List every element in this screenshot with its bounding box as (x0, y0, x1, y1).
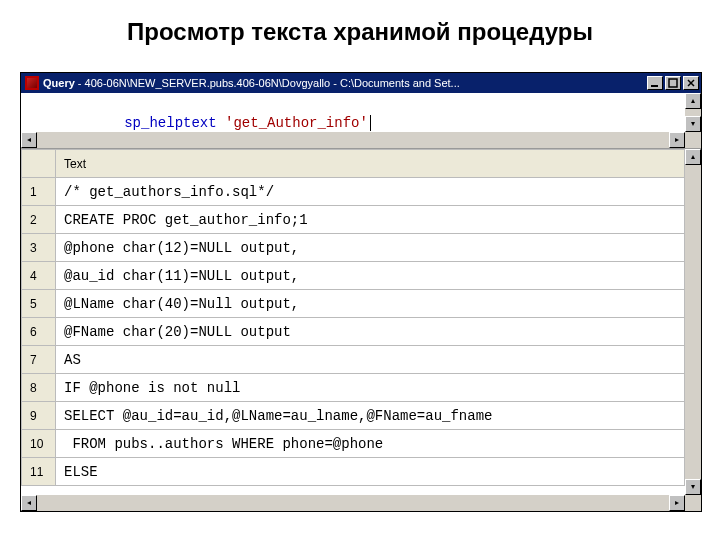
scroll-right-icon[interactable]: ▸ (669, 495, 685, 511)
row-number: 8 (22, 374, 56, 402)
row-number: 4 (22, 262, 56, 290)
maximize-button[interactable] (665, 76, 681, 90)
query-analyzer-window: Query - 406-06N\NEW_SERVER.pubs.406-06N\… (20, 72, 702, 512)
table-row[interactable]: 5@LName char(40)=Null output, (22, 290, 685, 318)
scroll-track[interactable] (685, 109, 701, 116)
text-caret (370, 115, 371, 131)
table-row[interactable]: 10 FROM pubs..authors WHERE phone=@phone (22, 430, 685, 458)
cell-text: @LName char(40)=Null output, (56, 290, 685, 318)
svg-rect-0 (651, 85, 658, 87)
table-row[interactable]: 9SELECT @au_id=au_id,@LName=au_lname,@FN… (22, 402, 685, 430)
table-row[interactable]: 6@FName char(20)=NULL output (22, 318, 685, 346)
scroll-track[interactable] (685, 165, 701, 479)
table-row[interactable]: 4@au_id char(11)=NULL output, (22, 262, 685, 290)
cell-text: IF @phone is not null (56, 374, 685, 402)
cell-text: @phone char(12)=NULL output, (56, 234, 685, 262)
table-row[interactable]: 3@phone char(12)=NULL output, (22, 234, 685, 262)
scroll-track[interactable] (37, 495, 669, 511)
row-number: 6 (22, 318, 56, 346)
query-editor-pane[interactable]: sp_helptext 'get_Author_info' ▴ ▾ ◂ ▸ (21, 93, 701, 149)
cell-text: AS (56, 346, 685, 374)
cell-text: @au_id char(11)=NULL output, (56, 262, 685, 290)
table-row[interactable]: 1/* get_authors_info.sql*/ (22, 178, 685, 206)
scroll-up-icon[interactable]: ▴ (685, 93, 701, 109)
editor-hscrollbar[interactable]: ◂ ▸ (21, 132, 685, 148)
cell-text: /* get_authors_info.sql*/ (56, 178, 685, 206)
row-number: 1 (22, 178, 56, 206)
row-number: 10 (22, 430, 56, 458)
editor-vscrollbar[interactable]: ▴ ▾ (685, 93, 701, 132)
cell-text: @FName char(20)=NULL output (56, 318, 685, 346)
cell-text: FROM pubs..authors WHERE phone=@phone (56, 430, 685, 458)
results-table: Text 1/* get_authors_info.sql*/ 2CREATE … (21, 149, 685, 486)
results-vscrollbar[interactable]: ▴ ▾ (685, 149, 701, 495)
table-row[interactable]: 2CREATE PROC get_author_info;1 (22, 206, 685, 234)
window-controls (647, 76, 699, 90)
row-number: 11 (22, 458, 56, 486)
results-hscrollbar[interactable]: ◂ ▸ (21, 495, 685, 511)
table-row[interactable]: 11ELSE (22, 458, 685, 486)
window-title: Query - 406-06N\NEW_SERVER.pubs.406-06N\… (43, 77, 647, 89)
cell-text: SELECT @au_id=au_id,@LName=au_lname,@FNa… (56, 402, 685, 430)
table-row[interactable]: 8IF @phone is not null (22, 374, 685, 402)
column-header-text[interactable]: Text (56, 150, 685, 178)
scroll-left-icon[interactable]: ◂ (21, 132, 37, 148)
titlebar: Query - 406-06N\NEW_SERVER.pubs.406-06N\… (21, 73, 701, 93)
scroll-down-icon[interactable]: ▾ (685, 116, 701, 132)
row-number: 3 (22, 234, 56, 262)
results-grid[interactable]: Text 1/* get_authors_info.sql*/ 2CREATE … (21, 149, 685, 495)
results-pane: Text 1/* get_authors_info.sql*/ 2CREATE … (21, 149, 701, 511)
scroll-up-icon[interactable]: ▴ (685, 149, 701, 165)
svg-rect-1 (669, 79, 677, 87)
scroll-down-icon[interactable]: ▾ (685, 479, 701, 495)
minimize-button[interactable] (647, 76, 663, 90)
cell-text: ELSE (56, 458, 685, 486)
table-row[interactable]: 7AS (22, 346, 685, 374)
cell-text: CREATE PROC get_author_info;1 (56, 206, 685, 234)
scroll-corner (685, 495, 701, 511)
scroll-right-icon[interactable]: ▸ (669, 132, 685, 148)
close-button[interactable] (683, 76, 699, 90)
row-number: 9 (22, 402, 56, 430)
row-number: 5 (22, 290, 56, 318)
slide-title: Просмотр текста хранимой процедуры (0, 0, 720, 52)
scroll-corner (685, 132, 701, 148)
app-icon (25, 76, 39, 90)
scroll-left-icon[interactable]: ◂ (21, 495, 37, 511)
row-number: 7 (22, 346, 56, 374)
rownum-header[interactable] (22, 150, 56, 178)
row-number: 2 (22, 206, 56, 234)
scroll-track[interactable] (37, 132, 669, 148)
